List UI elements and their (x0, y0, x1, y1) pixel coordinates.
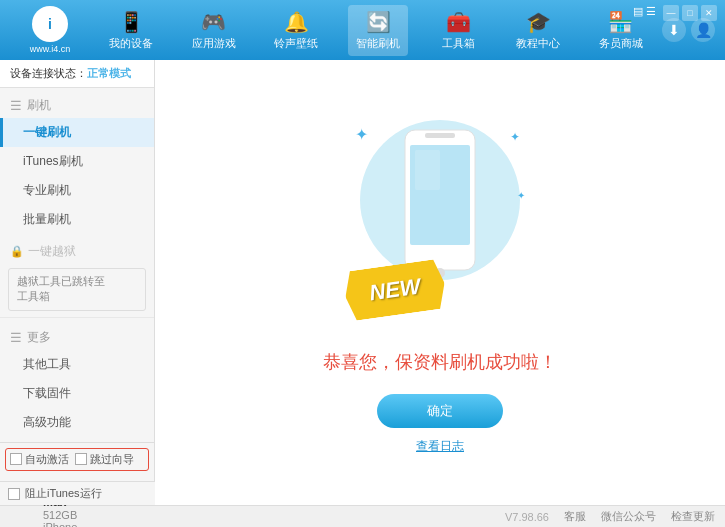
main-layout: 设备连接状态：正常模式 ☰ 刷机 一键刷机 iTunes刷机 专业刷机 批量刷机… (0, 60, 725, 505)
status-bar: 设备连接状态：正常模式 (0, 60, 154, 88)
status-value: 正常模式 (87, 67, 131, 79)
sidebar-item-download-firmware[interactable]: 下载固件 (0, 379, 154, 408)
flash-section-icon: ☰ (10, 98, 22, 113)
status-prefix: 设备连接状态： (10, 67, 87, 79)
svg-rect-4 (415, 150, 440, 190)
close-button[interactable]: ✕ (701, 5, 717, 21)
sidebar-item-advanced[interactable]: 高级功能 (0, 408, 154, 437)
maximize-button[interactable]: □ (682, 5, 698, 21)
nav-label-device: 我的设备 (109, 36, 153, 51)
itunes-checkbox[interactable] (8, 488, 20, 500)
disabled-jailbreak-label: 一键越狱 (28, 243, 76, 260)
divider-1 (0, 317, 154, 318)
sidebar-item-batch-flash[interactable]: 批量刷机 (0, 205, 154, 234)
nav-item-toolbox[interactable]: 🧰 工具箱 (431, 5, 486, 56)
nav-item-my-device[interactable]: 📱 我的设备 (101, 5, 161, 56)
sidebar-item-other-tools[interactable]: 其他工具 (0, 350, 154, 379)
flash-section: ☰ 刷机 一键刷机 iTunes刷机 专业刷机 批量刷机 (0, 88, 154, 239)
success-message: 恭喜您，保资料刷机成功啦！ (323, 350, 557, 374)
more-section-label: 更多 (27, 329, 51, 346)
sidebar-warning: 越狱工具已跳转至工具箱 (8, 268, 146, 311)
nav-icon-apps: 🎮 (201, 10, 226, 34)
nav-label-tutorials: 教程中心 (516, 36, 560, 51)
sidebar-item-pro-flash[interactable]: 专业刷机 (0, 176, 154, 205)
more-section-icon: ☰ (10, 330, 22, 345)
nav-label-ringtones: 铃声壁纸 (274, 36, 318, 51)
nav-item-ringtones[interactable]: 🔔 铃声壁纸 (266, 5, 326, 56)
sidebar-disabled-jailbreak: 🔒 一键越狱 (0, 239, 154, 264)
nav-icon-service: 🏪 (608, 10, 633, 34)
auto-activate-label: 自动激活 (25, 452, 69, 467)
nav-icon-toolbox: 🧰 (446, 10, 471, 34)
skip-guide-label: 跳过向导 (90, 452, 134, 467)
success-title-text: 恭喜您，保资料刷机成功啦！ (323, 352, 557, 372)
auto-activate-checkbox[interactable]: 自动激活 (10, 452, 69, 467)
logo-subtitle: www.i4.cn (30, 44, 71, 54)
confirm-button[interactable]: 确定 (377, 394, 503, 428)
nav-item-apps[interactable]: 🎮 应用游戏 (184, 5, 244, 56)
nav-icon-device: 📱 (119, 10, 144, 34)
nav-label-service: 务员商城 (599, 36, 643, 51)
nav-label-toolbox: 工具箱 (442, 36, 475, 51)
sparkle-2: ✦ (510, 130, 520, 144)
logo-icon: i (32, 6, 68, 42)
flash-section-label: 刷机 (27, 97, 51, 114)
nav-label-smart-flash: 智能刷机 (356, 36, 400, 51)
logo-area: i www.i4.cn (10, 6, 90, 54)
footer-link-wechat[interactable]: 微信公众号 (601, 509, 656, 524)
nav-label-apps: 应用游戏 (192, 36, 236, 51)
header: i www.i4.cn 📱 我的设备 🎮 应用游戏 🔔 铃声壁纸 🔄 智能刷机 … (0, 0, 725, 60)
nav-icon-tutorials: 🎓 (526, 10, 551, 34)
sidebar-item-one-click-flash[interactable]: 一键刷机 (0, 118, 154, 147)
skip-guide-checkbox[interactable]: 跳过向导 (75, 452, 134, 467)
user-button[interactable]: 👤 (691, 18, 715, 42)
footer-link-service[interactable]: 客服 (564, 509, 586, 524)
download-button[interactable]: ⬇ (662, 18, 686, 42)
sparkle-1: ✦ (355, 125, 368, 144)
nav-bar: 📱 我的设备 🎮 应用游戏 🔔 铃声壁纸 🔄 智能刷机 🧰 工具箱 🎓 (90, 5, 662, 56)
wifi-icon: ▤ ☰ (633, 5, 656, 21)
version-label: V7.98.66 (505, 511, 549, 523)
nav-item-tutorials[interactable]: 🎓 教程中心 (508, 5, 568, 56)
more-section: ☰ 更多 其他工具 下载固件 高级功能 (0, 320, 154, 442)
header-right: ⬇ 👤 (662, 18, 715, 42)
success-illustration: ✦ ✦ ✦ NEW (340, 110, 540, 330)
skip-guide-box[interactable] (75, 453, 87, 465)
auto-activate-box[interactable] (10, 453, 22, 465)
device-storage: 512GB (43, 509, 141, 521)
checkbox-group: 自动激活 跳过向导 (5, 448, 149, 471)
itunes-label: 阻止iTunes运行 (25, 486, 102, 501)
nav-icon-smart-flash: 🔄 (366, 10, 391, 34)
sparkle-3: ✦ (517, 190, 525, 201)
footer-link-update[interactable]: 检查更新 (671, 509, 715, 524)
log-link[interactable]: 查看日志 (416, 438, 464, 455)
sidebar-item-itunes-flash[interactable]: iTunes刷机 (0, 147, 154, 176)
nav-icon-ringtones: 🔔 (284, 10, 309, 34)
device-type: iPhone (43, 521, 141, 527)
main-content: ✦ ✦ ✦ NEW 恭喜您，保资料刷机成功啦！ 确定 查看日志 (155, 60, 725, 505)
lock-icon: 🔒 (10, 245, 24, 258)
svg-rect-2 (425, 133, 455, 138)
nav-item-smart-flash[interactable]: 🔄 智能刷机 (348, 5, 408, 56)
new-badge: NEW (342, 258, 448, 321)
win-controls: ▤ ☰ — □ ✕ (633, 5, 717, 21)
minimize-button[interactable]: — (663, 5, 679, 21)
flash-section-header: ☰ 刷机 (0, 93, 154, 118)
new-badge-text: NEW (368, 274, 422, 307)
phone-svg (395, 125, 485, 285)
more-section-header: ☰ 更多 (0, 325, 154, 350)
sidebar: 设备连接状态：正常模式 ☰ 刷机 一键刷机 iTunes刷机 专业刷机 批量刷机… (0, 60, 155, 505)
itunes-bar: 阻止iTunes运行 (0, 481, 155, 505)
